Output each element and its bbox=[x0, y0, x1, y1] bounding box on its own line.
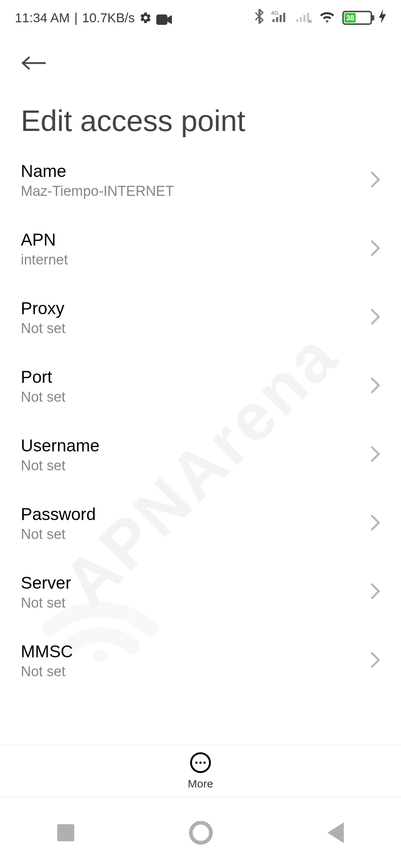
more-button[interactable]: More bbox=[188, 752, 213, 790]
status-data-rate: 10.7KB/s bbox=[82, 10, 135, 25]
list-value: Not set bbox=[21, 595, 363, 611]
back-button[interactable] bbox=[21, 50, 48, 77]
header bbox=[0, 36, 401, 77]
list-item[interactable]: APNinternet bbox=[0, 215, 401, 283]
svg-rect-6 bbox=[296, 19, 299, 22]
list-text: NameMaz-Tiempo-INTERNET bbox=[21, 161, 363, 199]
nav-recent-button[interactable] bbox=[57, 824, 74, 841]
list-item[interactable]: PasswordNot set bbox=[0, 489, 401, 558]
gear-icon bbox=[139, 11, 152, 24]
chevron-right-icon bbox=[371, 240, 380, 258]
list-label: MMSC bbox=[21, 641, 363, 661]
svg-rect-2 bbox=[273, 19, 275, 22]
status-left: 11:34 AM | 10.7KB/s bbox=[15, 10, 172, 25]
status-right: 4G ✕ 38 bbox=[254, 9, 386, 27]
nav-bar bbox=[0, 797, 401, 868]
status-separator: | bbox=[74, 10, 78, 25]
list-item[interactable]: ProxyNot set bbox=[0, 283, 401, 352]
list-text: PortNot set bbox=[21, 367, 363, 405]
bluetooth-icon bbox=[254, 9, 264, 27]
list-label: Username bbox=[21, 435, 363, 456]
list-text: APNinternet bbox=[21, 230, 363, 268]
list-text: UsernameNot set bbox=[21, 435, 363, 474]
svg-rect-0 bbox=[156, 14, 167, 25]
nav-home-button[interactable] bbox=[189, 821, 213, 845]
status-time: 11:34 AM bbox=[15, 10, 70, 25]
battery-percent: 38 bbox=[345, 13, 356, 23]
list-label: Name bbox=[21, 161, 363, 181]
wifi-icon bbox=[319, 10, 336, 26]
list-value: Maz-Tiempo-INTERNET bbox=[21, 183, 363, 199]
svg-rect-4 bbox=[280, 15, 282, 22]
chevron-right-icon bbox=[371, 652, 380, 670]
chevron-right-icon bbox=[371, 446, 380, 464]
list-item[interactable]: ServerNot set bbox=[0, 558, 401, 627]
signal-sim2-icon: ✕ bbox=[295, 9, 312, 27]
list-text: PasswordNot set bbox=[21, 504, 363, 542]
list-label: Port bbox=[21, 367, 363, 387]
list-value: Not set bbox=[21, 664, 363, 680]
nav-back-button[interactable] bbox=[327, 822, 344, 843]
svg-rect-8 bbox=[303, 15, 306, 22]
chevron-right-icon bbox=[371, 583, 380, 601]
camera-icon bbox=[156, 13, 172, 23]
battery-icon: 38 bbox=[342, 11, 372, 25]
more-icon bbox=[190, 752, 211, 773]
list-value: internet bbox=[21, 252, 363, 268]
svg-rect-7 bbox=[300, 17, 302, 22]
page-title: Edit access point bbox=[0, 77, 401, 153]
list-value: Not set bbox=[21, 526, 363, 542]
list-text: MMSCNot set bbox=[21, 641, 363, 680]
list-item[interactable]: UsernameNot set bbox=[0, 421, 401, 489]
chevron-right-icon bbox=[371, 309, 380, 326]
list-value: Not set bbox=[21, 320, 363, 336]
list-label: APN bbox=[21, 230, 363, 250]
list-value: Not set bbox=[21, 389, 363, 405]
svg-text:4G: 4G bbox=[271, 10, 278, 16]
arrow-left-icon bbox=[21, 56, 47, 71]
list-label: Proxy bbox=[21, 298, 363, 318]
more-label: More bbox=[188, 777, 213, 790]
charging-icon bbox=[379, 9, 386, 26]
chevron-right-icon bbox=[371, 514, 380, 532]
signal-4g-icon: 4G bbox=[271, 9, 288, 27]
bottom-toolbar: More bbox=[0, 745, 401, 797]
list-text: ServerNot set bbox=[21, 573, 363, 611]
list-label: Password bbox=[21, 504, 363, 524]
chevron-right-icon bbox=[371, 171, 380, 189]
svg-rect-3 bbox=[276, 17, 278, 22]
chevron-right-icon bbox=[371, 377, 380, 395]
list-item[interactable]: MMSCNot set bbox=[0, 627, 401, 685]
list-value: Not set bbox=[21, 458, 363, 474]
list-item[interactable]: PortNot set bbox=[0, 352, 401, 421]
svg-text:✕: ✕ bbox=[308, 18, 312, 24]
list-text: ProxyNot set bbox=[21, 298, 363, 336]
status-bar: 11:34 AM | 10.7KB/s 4G ✕ 38 bbox=[0, 0, 401, 36]
list-item[interactable]: NameMaz-Tiempo-INTERNET bbox=[0, 146, 401, 215]
apn-list: NameMaz-Tiempo-INTERNETAPNinternetProxyN… bbox=[0, 146, 401, 685]
list-label: Server bbox=[21, 573, 363, 593]
svg-rect-5 bbox=[283, 13, 286, 22]
